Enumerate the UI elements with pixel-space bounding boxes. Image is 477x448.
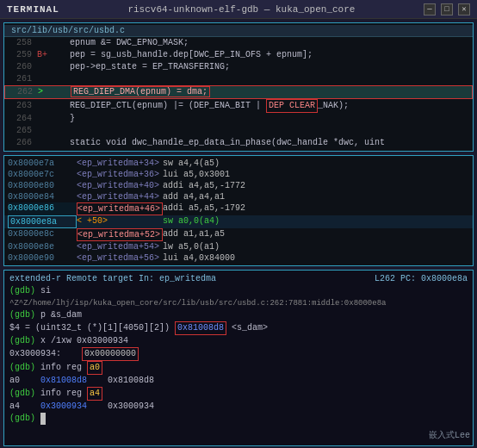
- gdb-line-4: $4 = (uint32_t (*)[1][4050][2]) 0x81008d…: [9, 321, 468, 335]
- asm-line-4: 0x8000e84 <ep_writedma+44> add a4,a4,a1: [4, 191, 473, 202]
- code-line-259: 259 B+ pep = sg_usb_handle.dep[DWC_EP_IN…: [4, 49, 473, 61]
- asm-line-8: 0x8000e8e <ep_writedma+54> lw a5,0(a1): [4, 241, 473, 252]
- gdb-line-5: (gdb) x /1xw 0x03000934: [9, 335, 468, 347]
- gdb-line-11: (gdb): [9, 413, 468, 425]
- asm-line-1: 0x8000e7a <ep_writedma+34> sw a4,4(a5): [4, 158, 473, 169]
- asm-line-7: 0x8000e8c <ep_writedma+52> add a1,a1,a5: [4, 228, 473, 241]
- title-bar-left: TERMINAL: [7, 4, 59, 15]
- gdb-line-1: (gdb) si: [9, 285, 468, 297]
- maximize-button[interactable]: □: [441, 3, 453, 16]
- asm-line-9: 0x8000e90 <ep_writedma+56> lui a4,0x8400…: [4, 252, 473, 264]
- gdb-status: extended-r Remote target In: ep_writedma…: [9, 274, 468, 283]
- code-line-261: 261: [4, 73, 473, 85]
- code-line-263: 263 REG_DIEP_CTL(epnum) |= (DEP_ENA_BIT …: [4, 99, 473, 113]
- gdb-line-6: 0x3000934: 0x00000000: [9, 347, 468, 361]
- gdb-pane: extended-r Remote target In: ep_writedma…: [3, 270, 474, 446]
- gdb-line-2: ^Z^Z/home/lhj/isp/kuka_open_core/src/lib…: [9, 297, 468, 309]
- asm-pane: 0x8000e7a <ep_writedma+34> sw a4,4(a5) 0…: [3, 155, 474, 266]
- gdb-line-8: a0 0x81008d8 0x81008d8: [9, 375, 468, 387]
- asm-line-2: 0x8000e7c <ep_writedma+36> lui a5,0x3001: [4, 169, 473, 180]
- gdb-line-7: (gdb) info reg a0: [9, 361, 468, 375]
- gdb-line-3: (gdb) p &s_dam: [9, 309, 468, 321]
- minimize-button[interactable]: ─: [424, 3, 436, 16]
- main-content: src/lib/usb/src/usbd.c 258 epnum &= DWC_…: [0, 19, 477, 448]
- source-pane: src/lib/usb/src/usbd.c 258 epnum &= DWC_…: [3, 22, 474, 152]
- watermark: 嵌入式Lee: [429, 429, 470, 441]
- code-line-262: 262 > REG_DIEP_DMA(epnum) = dma;: [4, 85, 473, 99]
- asm-line-6: 0x8000e8a < +50> sw a0,0(a4): [4, 215, 473, 228]
- title-center: riscv64-unknown-elf-gdb — kuka_open_core: [59, 4, 424, 15]
- code-line-264: 264 }: [4, 113, 473, 125]
- close-button[interactable]: ✕: [458, 3, 470, 16]
- code-line-258: 258 epnum &= DWC_EPNO_MASK;: [4, 37, 473, 49]
- app-title: TERMINAL: [7, 4, 59, 15]
- title-controls: ─ □ ✕: [424, 3, 470, 16]
- file-tab: src/lib/usb/src/usbd.c: [4, 25, 473, 37]
- title-bar: TERMINAL riscv64-unknown-elf-gdb — kuka_…: [0, 0, 477, 19]
- code-line-266: 266 static void dwc_handle_ep_data_in_ph…: [4, 137, 473, 149]
- code-line-265: 265: [4, 125, 473, 137]
- gdb-line-10: a4 0x3000934 0x3000934: [9, 401, 468, 413]
- asm-line-3: 0x8000e80 <ep_writedma+40> addi a4,a5,-1…: [4, 180, 473, 191]
- code-line-260: 260 pep->ep_state = EP_TRANSFERING;: [4, 61, 473, 73]
- asm-line-5: 0x8000e86 <ep_writedma+46> addi a5,a5,-1…: [4, 202, 473, 215]
- gdb-line-9: (gdb) info reg a4: [9, 387, 468, 401]
